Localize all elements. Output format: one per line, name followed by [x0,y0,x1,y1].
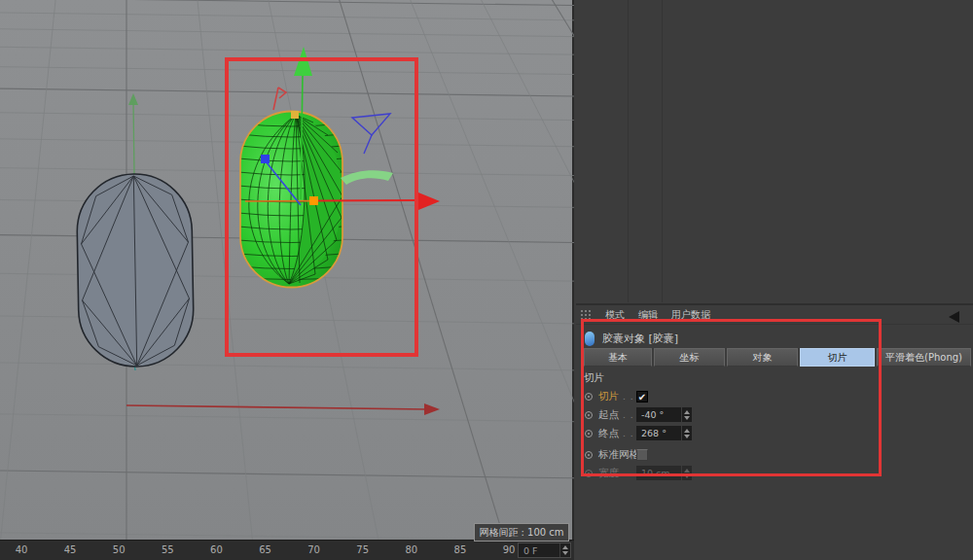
slice-enable-row: 切片 . . . ✔ [576,388,973,404]
selected-capsule-object[interactable] [238,112,342,288]
end-angle-field[interactable]: 268 ° [636,426,692,440]
slice-enable-checkbox[interactable]: ✔ [636,391,648,402]
object-manager-divider [628,0,629,302]
attribute-menubar: 模式 编辑 用户数据 [576,306,973,325]
object-title-row: 胶囊对象 [胶囊] [576,329,973,348]
object-title: 胶囊对象 [胶囊] [602,332,678,346]
standard-grid-row: 标准网格 [576,446,973,463]
timeline-ruler[interactable]: 4045505560657075808590 [0,540,574,560]
capsule-object-icon [585,332,595,346]
stepper-arrows-icon[interactable] [681,426,692,440]
ruler-tick: 80 [405,544,417,555]
panel-drag-dots-icon[interactable] [581,310,592,321]
x-axis-flag-handle[interactable] [273,88,286,110]
stepper-arrows-icon[interactable] [681,407,692,422]
right-panel: 模式 编辑 用户数据 胶囊对象 [胶囊] 基本 坐标 对象 切片 平滑着色(Ph… [576,0,973,560]
end-angle-row: 终点 . . . 268 ° [576,425,973,441]
width-field: 10 cm [636,466,692,480]
cinema4d-window: 网格间距 : 100 cm 4045505560657075808590 0 F… [0,0,973,560]
tab-object[interactable]: 对象 [727,348,798,367]
section-title: 切片 [584,371,604,385]
standard-grid-label: 标准网格 [598,448,639,462]
ruler-tick: 65 [259,544,271,555]
tab-basic[interactable]: 基本 [584,348,652,367]
keyframe-circle-icon[interactable] [585,393,593,401]
ruler-tick: 70 [307,544,320,555]
frame-stepper-icon[interactable] [559,543,570,557]
unselected-capsule-object[interactable] [76,173,194,368]
current-frame-field[interactable]: 0 F [518,542,571,558]
slice-enable-label: 切片 [598,390,619,403]
ruler-tick: 85 [454,544,467,555]
keyframe-circle-icon[interactable] [585,411,593,419]
start-angle-label: 起点 [598,408,619,422]
width-label: 宽度 [598,467,619,480]
tab-slice[interactable]: 切片 [800,348,875,367]
tab-phong[interactable]: 平滑着色(Phong) [877,348,971,367]
menu-mode[interactable]: 模式 [605,308,625,322]
viewport-scene [0,0,574,540]
tab-coordinates[interactable]: 坐标 [654,348,725,367]
world-x-axis [126,403,440,415]
grid-spacing-status: 网格间距 : 100 cm [474,523,569,542]
menu-userdata[interactable]: 用户数据 [671,308,710,322]
end-angle-label: 终点 [598,427,619,440]
x-axis-point-handle[interactable] [309,196,318,205]
keyframe-circle-icon[interactable] [585,430,593,438]
ruler-tick: 50 [113,544,126,555]
standard-grid-checkbox[interactable] [636,449,648,461]
keyframe-circle-icon[interactable] [585,470,593,477]
width-row: 宽度 . . . 10 cm [576,465,973,481]
stepper-arrows-icon [681,466,692,480]
ruler-tick: 40 [16,544,28,555]
current-frame-value: 0 F [519,545,559,556]
ruler-tick: 60 [210,544,223,555]
collapse-arrow-icon[interactable] [949,311,959,323]
ruler-tick: 75 [356,544,369,555]
ruler-tick: 45 [64,544,77,555]
start-angle-field[interactable]: -40 ° [636,407,692,422]
keyframe-circle-icon[interactable] [585,451,593,459]
start-angle-row: 起点 . . . -40 ° [576,406,973,423]
menu-edit[interactable]: 编辑 [638,308,658,322]
ruler-tick: 55 [162,544,174,555]
top-vertex-handle[interactable] [291,111,299,119]
ruler-tick: 90 [503,544,516,555]
panel-divider [576,303,973,305]
object-manager-divider [662,0,663,302]
attribute-tabs: 基本 坐标 对象 切片 平滑着色(Phong) [584,348,971,367]
viewport-3d[interactable] [0,0,574,540]
